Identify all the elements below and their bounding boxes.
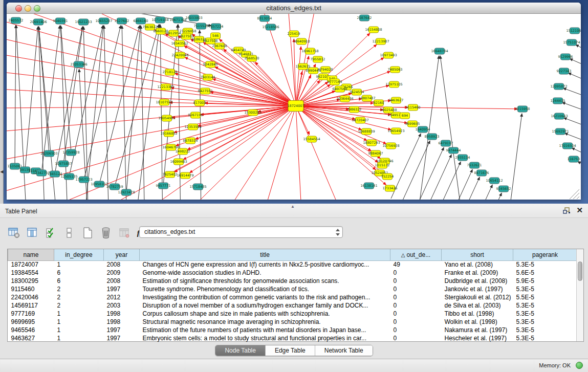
graph-node[interactable]: 18640910 bbox=[293, 38, 310, 45]
table-cell[interactable]: 9777169 bbox=[8, 310, 54, 318]
graph-node[interactable]: 6466160 bbox=[134, 18, 148, 24]
graph-node[interactable]: 9457771 bbox=[156, 183, 171, 189]
graph-node[interactable]: 20206503 bbox=[40, 150, 57, 157]
network-graph-canvas[interactable]: 7863822866012889129542322605898275031654… bbox=[7, 14, 581, 200]
table-cell[interactable]: 6 bbox=[54, 277, 104, 285]
table-cell[interactable]: Estimation of the future numbers of pati… bbox=[140, 326, 390, 334]
graph-node[interactable]: 12095872 bbox=[550, 83, 567, 90]
new-table-icon[interactable] bbox=[81, 226, 94, 240]
table-cell[interactable]: Tibbo et al. (1998) bbox=[442, 310, 513, 318]
table-cell[interactable]: 18300295 bbox=[8, 277, 54, 285]
table-cell[interactable]: Investigating the contribution of common… bbox=[140, 293, 390, 301]
graph-node[interactable]: 7955812 bbox=[311, 56, 325, 62]
graph-node[interactable]: 15584554 bbox=[303, 136, 320, 142]
graph-node[interactable]: 18720407 bbox=[352, 117, 368, 123]
table-cell[interactable]: 1 bbox=[54, 334, 104, 342]
table-cell[interactable]: Corpus callosum shape and size in male p… bbox=[140, 310, 390, 318]
table-cell[interactable]: 5.3E-5 bbox=[513, 260, 577, 269]
graph-node[interactable]: 9777169 bbox=[328, 79, 342, 85]
graph-node[interactable]: 17957223 bbox=[75, 177, 92, 183]
table-cell[interactable]: 1998 bbox=[104, 318, 140, 326]
graph-node[interactable]: 7603144 bbox=[201, 74, 215, 80]
table-cell[interactable]: Genome-wide association studies in ADHD. bbox=[140, 269, 390, 277]
table-cell[interactable]: 5.3E-5 bbox=[513, 334, 577, 342]
graph-node[interactable]: 10807487 bbox=[358, 95, 375, 101]
graph-node[interactable]: 19166852 bbox=[160, 130, 177, 137]
graph-node[interactable]: 10958107 bbox=[91, 181, 107, 187]
graph-node[interactable]: 8813054 bbox=[257, 15, 272, 21]
graph-node[interactable]: 817003 bbox=[193, 100, 206, 106]
graph-node[interactable]: 16210643 bbox=[551, 113, 568, 119]
graph-node[interactable]: 1527602 bbox=[115, 18, 129, 24]
graph-node[interactable]: 15300293 bbox=[244, 110, 261, 116]
tab-network-table[interactable]: Network Table bbox=[315, 345, 373, 356]
table-cell[interactable]: 2 bbox=[54, 301, 104, 310]
table-cell[interactable]: 2 bbox=[54, 285, 104, 293]
canvas-resize-grip[interactable] bbox=[570, 189, 579, 199]
graph-node[interactable]: 1015132 bbox=[375, 162, 390, 168]
graph-node[interactable]: 15121066 bbox=[566, 28, 581, 34]
graph-node[interactable]: 7625402 bbox=[163, 171, 178, 178]
graph-node[interactable]: 3624554 bbox=[350, 89, 364, 95]
graph-node[interactable]: 2935114 bbox=[455, 155, 470, 161]
scroll-left-icon[interactable]: ◀ bbox=[0, 169, 4, 174]
graph-node[interactable]: 752254 bbox=[381, 173, 394, 180]
table-cell[interactable]: Jankovic et al. (1997) bbox=[442, 285, 513, 293]
table-cell[interactable]: Structural magnetic resonance image aver… bbox=[140, 318, 390, 326]
graph-node[interactable]: 10973493 bbox=[380, 52, 397, 58]
graph-node[interactable]: 10975887 bbox=[55, 161, 72, 167]
graph-node[interactable]: 1498222 bbox=[176, 148, 190, 155]
graph-node[interactable]: 7857224 bbox=[209, 24, 224, 30]
column-header-year[interactable]: year bbox=[104, 249, 140, 260]
graph-node[interactable]: 9227343 bbox=[557, 68, 572, 74]
splitter-handle-icon[interactable]: ▲ bbox=[291, 204, 295, 209]
close-panel-icon[interactable]: ✕ bbox=[576, 207, 583, 214]
table-cell[interactable]: 0 bbox=[390, 326, 442, 334]
table-cell[interactable]: 2008 bbox=[104, 260, 140, 269]
graph-node[interactable]: 16648784 bbox=[431, 48, 448, 54]
table-cell[interactable]: Tourette syndrome. Phenomenology and cla… bbox=[140, 285, 390, 293]
graph-node[interactable]: 116753 bbox=[568, 156, 580, 162]
table-cell[interactable]: Disruption of a novel member of a sodium… bbox=[140, 301, 390, 310]
table-cell[interactable]: 2009 bbox=[104, 269, 140, 277]
graph-node[interactable]: 17016504 bbox=[559, 143, 576, 149]
graph-node[interactable]: 1845124 bbox=[48, 171, 62, 177]
graph-node[interactable]: 9884067 bbox=[368, 150, 383, 157]
graph-node[interactable]: 225419 bbox=[288, 31, 300, 37]
table-row[interactable]: 1830029562008Estimation of significance … bbox=[8, 277, 577, 285]
graph-node[interactable]: 10671368 bbox=[169, 17, 186, 23]
graph-node[interactable]: 16543562 bbox=[171, 40, 188, 47]
table-cell[interactable]: Dudbridge et al. (2008) bbox=[442, 277, 513, 285]
graph-node[interactable]: 15218586 bbox=[262, 24, 279, 30]
column-header-name[interactable]: name bbox=[8, 249, 54, 260]
graph-node[interactable]: 8427552 bbox=[198, 88, 213, 94]
table-cell[interactable]: 0 bbox=[390, 285, 442, 293]
graph-node[interactable]: 9129966 bbox=[558, 54, 573, 60]
graph-node[interactable]: 1640954 bbox=[416, 126, 430, 133]
column-header-indegree[interactable]: in_degree bbox=[54, 249, 104, 260]
table-cell[interactable]: 1998 bbox=[104, 310, 140, 318]
table-source-dropdown[interactable]: citations_edges.txt bbox=[139, 226, 343, 238]
table-cell[interactable]: 5.3E-5 bbox=[513, 285, 577, 293]
table-row[interactable]: 946362711997Embryonic stem cells: a mode… bbox=[8, 334, 577, 342]
table-row[interactable]: 969969511998Structural magnetic resonanc… bbox=[8, 318, 577, 326]
graph-node[interactable]: 6497568 bbox=[333, 86, 347, 92]
table-cell[interactable]: 19384554 bbox=[8, 269, 54, 277]
graph-node[interactable]: 20364436 bbox=[336, 96, 353, 102]
table-row[interactable]: 911546021997Tourette syndrome. Phenomeno… bbox=[8, 285, 577, 293]
table-cell[interactable]: 1997 bbox=[104, 285, 140, 293]
graph-node[interactable]: 19021233 bbox=[75, 19, 92, 25]
graph-node[interactable]: 1733426 bbox=[383, 185, 398, 191]
table-cell[interactable]: Wolkin et al. (1998) bbox=[442, 318, 513, 326]
graph-node[interactable]: 6794028 bbox=[318, 67, 333, 73]
graph-node[interactable]: 8958923 bbox=[425, 134, 440, 140]
table-cell[interactable]: Changes of HCN gene expression and I(f) … bbox=[140, 260, 390, 269]
graph-node[interactable]: 18107554 bbox=[156, 99, 172, 105]
graph-node[interactable]: 1244415 bbox=[551, 98, 565, 104]
graph-node[interactable]: 9242845 bbox=[203, 61, 218, 68]
graph-node[interactable]: 22420046 bbox=[171, 52, 188, 58]
graph-node[interactable]: 10688839 bbox=[358, 128, 375, 135]
graph-node[interactable]: 6479197 bbox=[439, 140, 453, 146]
graph-node[interactable]: 62160 bbox=[374, 100, 384, 106]
graph-node[interactable]: 12975105 bbox=[385, 81, 402, 87]
